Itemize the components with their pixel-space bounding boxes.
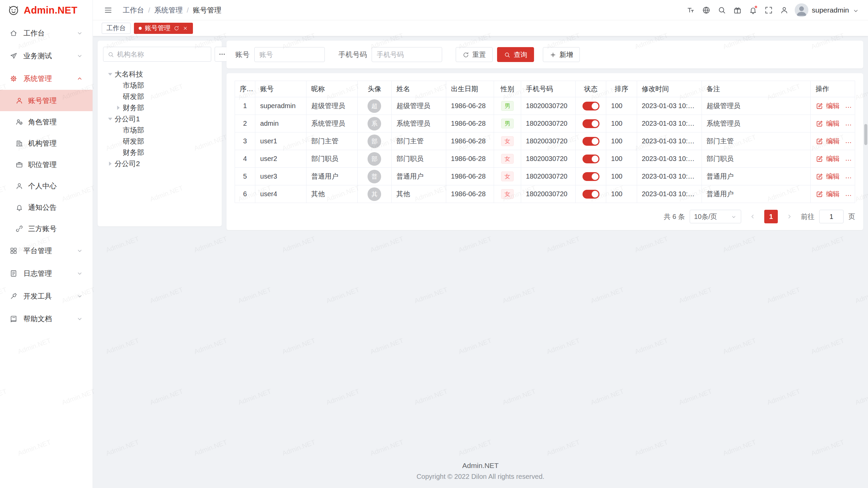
edit-icon — [815, 172, 824, 181]
sidebar-item-6[interactable]: 帮助文档 — [0, 307, 93, 330]
cell-nickname: 其他 — [307, 185, 358, 203]
tree-node-2[interactable]: 研发部 — [103, 91, 216, 102]
tree-node-0[interactable]: 大名科技 — [103, 68, 216, 80]
user-menu[interactable]: superadmin — [795, 3, 859, 17]
column-header-5: 出生日期 — [446, 81, 494, 97]
next-page-button[interactable] — [783, 210, 796, 223]
sidebar-item-5[interactable]: 开发工具 — [0, 285, 93, 307]
edit-button[interactable]: 编辑 — [815, 172, 840, 181]
fullscreen-button[interactable] — [762, 3, 776, 17]
cell-phone: 18020030720 — [521, 97, 576, 115]
language-button[interactable] — [699, 3, 713, 17]
breadcrumb-item-workbench[interactable]: 工作台 — [123, 5, 144, 15]
user-avatar: 其 — [368, 187, 381, 201]
edit-button[interactable]: 编辑 — [815, 137, 840, 146]
status-toggle[interactable] — [583, 172, 599, 181]
phone-input[interactable] — [372, 47, 442, 62]
caret-down-icon — [106, 115, 114, 123]
cell-gender: 女 — [494, 133, 521, 150]
breadcrumb-item-system[interactable]: 系统管理 — [154, 5, 183, 15]
page-size-select[interactable]: 10条/页 — [690, 210, 741, 223]
tab-label: 工作台 — [106, 24, 126, 33]
tab-1[interactable]: 账号管理 — [134, 23, 193, 34]
search-button[interactable]: 查询 — [497, 47, 534, 62]
close-icon[interactable] — [182, 25, 188, 31]
theme-button[interactable] — [730, 3, 745, 17]
cell-modified: 2023-01-03 10:59:44 — [637, 115, 702, 133]
edit-button[interactable]: 编辑 — [815, 189, 840, 199]
notification-badge — [754, 5, 757, 8]
account-input[interactable] — [254, 47, 325, 62]
org-tree: 大名科技市场部研发部财务部分公司1市场部研发部财务部分公司2 — [103, 68, 216, 169]
sidebar-item-4[interactable]: 日志管理 — [0, 262, 93, 285]
tree-node-7[interactable]: 财务部 — [103, 147, 216, 158]
sidebar-item-0[interactable]: 工作台 — [0, 22, 93, 44]
cell-gender: 男 — [494, 115, 521, 133]
bell-icon — [15, 203, 23, 211]
user-avatar: 部 — [368, 135, 381, 148]
org-search-input[interactable] — [117, 50, 207, 58]
sidebar-subitem-4[interactable]: 个人中心 — [0, 175, 93, 197]
tree-node-label: 大名科技 — [115, 69, 143, 79]
notification-button[interactable] — [746, 3, 760, 17]
more-icon — [218, 50, 226, 58]
sidebar-subitem-1[interactable]: 角色管理 — [0, 111, 93, 133]
search-icon-wrap — [504, 51, 511, 59]
main-area: 工作台 / 系统管理 / 账号管理 superadmin 工作台账号 — [93, 0, 868, 488]
profile-icon — [780, 6, 789, 15]
search-button[interactable] — [715, 3, 729, 17]
tree-node-6[interactable]: 研发部 — [103, 136, 216, 147]
sidebar-subitem-0[interactable]: 账号管理 — [0, 90, 93, 111]
page-number-1[interactable]: 1 — [764, 210, 778, 223]
tree-caret[interactable] — [114, 104, 123, 112]
edit-button[interactable]: 编辑 — [815, 119, 840, 128]
tree-node-1[interactable]: 市场部 — [103, 80, 216, 91]
sidebar-item-label: 帮助文档 — [23, 314, 52, 324]
tree-caret[interactable] — [106, 115, 115, 123]
tree-node-5[interactable]: 市场部 — [103, 124, 216, 136]
status-toggle[interactable] — [583, 190, 599, 199]
scrollbar-thumb[interactable] — [864, 124, 867, 145]
cell-phone: 18020030720 — [521, 115, 576, 133]
cell-modified: 2023-01-03 10:59:44 — [637, 97, 702, 115]
status-toggle[interactable] — [583, 155, 599, 163]
tree-caret[interactable] — [106, 70, 115, 78]
goto-page-input[interactable] — [819, 210, 844, 223]
tree-node-4[interactable]: 分公司1 — [103, 113, 216, 124]
tree-node-3[interactable]: 财务部 — [103, 102, 216, 113]
edit-label: 编辑 — [826, 172, 840, 181]
sidebar-subitem-5[interactable]: 通知公告 — [0, 197, 93, 218]
profile-button[interactable] — [777, 3, 791, 17]
reset-button[interactable]: 重置 — [456, 47, 493, 62]
sidebar-subitem-6[interactable]: 三方账号 — [0, 218, 93, 239]
refresh-icon[interactable] — [174, 25, 179, 31]
tree-node-8[interactable]: 分公司2 — [103, 158, 216, 169]
edit-button[interactable]: 编辑 — [815, 101, 840, 110]
prev-page-button[interactable] — [746, 210, 760, 223]
user-avatar: 超 — [368, 99, 381, 113]
edit-button[interactable]: 编辑 — [815, 154, 840, 163]
table-header-row: 序号账号昵称头像姓名出生日期性别手机号码状态排序修改时间备注操作 — [235, 81, 855, 97]
logo[interactable]: Admin.NET — [0, 0, 93, 20]
status-toggle[interactable] — [583, 119, 599, 128]
cell-account: user2 — [255, 150, 307, 168]
sidebar-item-3[interactable]: 平台管理 — [0, 239, 93, 262]
sidebar-subitem-2[interactable]: 机构管理 — [0, 133, 93, 154]
status-toggle[interactable] — [583, 102, 599, 110]
add-button[interactable]: 新增 — [543, 47, 580, 62]
chevron-right-icon — [786, 213, 793, 220]
add-label: 新增 — [559, 50, 573, 59]
edit-icon — [815, 102, 824, 110]
sidebar-item-2[interactable]: 系统管理 — [0, 67, 93, 90]
sidebar-item-label: 日志管理 — [23, 269, 52, 278]
chevron-up-icon — [76, 75, 83, 82]
sidebar-item-1[interactable]: 业务测试 — [0, 44, 93, 67]
cell-remark: 部门主管 — [702, 133, 811, 150]
collapse-menu-button[interactable] — [101, 3, 115, 17]
sidebar-subitem-3[interactable]: 职位管理 — [0, 154, 93, 175]
status-toggle[interactable] — [583, 137, 599, 146]
tab-0[interactable]: 工作台 — [102, 23, 131, 34]
role-icon — [15, 118, 23, 126]
font-size-button[interactable] — [684, 3, 698, 17]
tree-caret[interactable] — [106, 160, 115, 168]
